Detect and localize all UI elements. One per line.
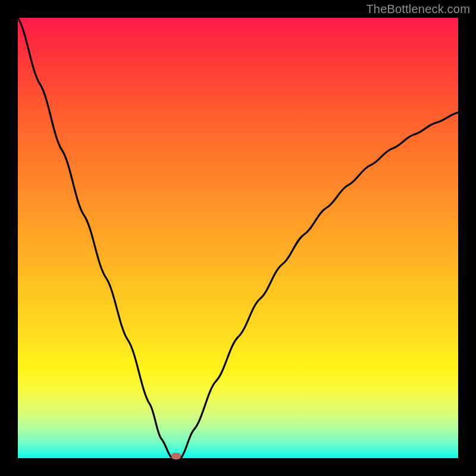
optimum-marker [171,453,181,459]
watermark-text: TheBottleneck.com [366,2,470,16]
bottleneck-curve [18,18,458,458]
plot-area [18,18,458,458]
chart-frame: TheBottleneck.com [0,0,476,476]
